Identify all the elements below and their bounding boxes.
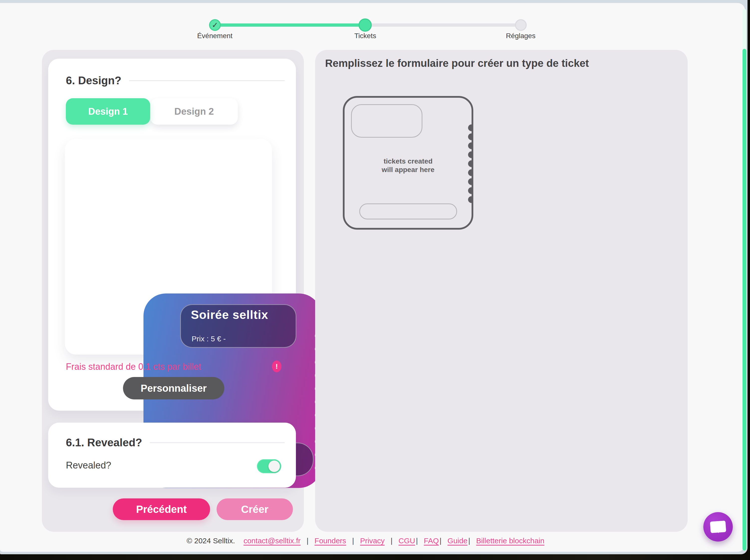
scrollbar-thumb[interactable] — [743, 49, 746, 551]
step-reglages-circle[interactable] — [515, 19, 527, 31]
step-label-reglages: Réglages — [483, 32, 558, 40]
previous-button[interactable]: Précédent — [113, 498, 210, 520]
step-evenement-circle[interactable]: ✓ — [209, 19, 221, 31]
placeholder-notch — [468, 178, 472, 185]
revealed-heading-row: 6.1. Revealed? — [66, 436, 285, 449]
tab-design-2[interactable]: Design 2 — [151, 98, 238, 125]
footer-separator: | — [416, 537, 418, 545]
footer-link-privacy[interactable]: Privacy — [360, 537, 384, 545]
check-icon: ✓ — [212, 21, 218, 29]
placeholder-notch — [468, 124, 472, 131]
footer-link-contact[interactable]: contact@selltix.fr — [243, 537, 301, 545]
toggle-knob — [269, 460, 280, 472]
placeholder-notch — [468, 142, 472, 149]
placeholder-line1: tickets created — [344, 157, 472, 166]
placeholder-header-outline — [351, 104, 422, 138]
footer-separator: | — [307, 537, 309, 545]
footer: © 2024 Selltix. contact@selltix.fr | Fou… — [42, 537, 689, 545]
heading-divider — [150, 442, 285, 443]
customize-button[interactable]: Personnaliser — [123, 377, 224, 399]
ticket-event-name: Soirée selltix — [191, 308, 268, 322]
create-button[interactable]: Créer — [217, 498, 293, 520]
placeholder-notch — [468, 133, 472, 140]
heading-divider — [129, 80, 285, 81]
design-title: 6. Design? — [66, 74, 121, 87]
chat-button[interactable] — [703, 512, 733, 542]
footer-link-billetterie[interactable]: Billetterie blockchain — [476, 537, 544, 545]
revealed-toggle[interactable] — [257, 459, 281, 473]
revealed-title: 6.1. Revealed? — [66, 436, 142, 449]
step-label-tickets: Tickets — [328, 32, 403, 40]
ticket-price: Prix : 5 € - — [192, 335, 226, 343]
chat-bubble-icon — [710, 521, 726, 533]
fee-note: Frais standard de 0.1 cts par billet — [66, 361, 201, 372]
placeholder-notch — [468, 196, 472, 203]
placeholder-footer-outline — [359, 204, 457, 220]
footer-link-guide[interactable]: Guide — [448, 537, 468, 545]
ticket-preview-card: Soirée selltix Prix : 5 € - Billet stand… — [65, 139, 272, 355]
footer-separator: | — [391, 537, 393, 545]
placeholder-notch — [468, 187, 472, 194]
design-heading-row: 6. Design? — [66, 74, 285, 87]
footer-link-founders[interactable]: Founders — [315, 537, 346, 545]
footer-separator: | — [352, 537, 354, 545]
ticket-placeholder: tickets created will appear here — [343, 96, 473, 230]
placeholder-line2: will appear here — [344, 166, 472, 174]
revealed-card — [48, 422, 296, 488]
step-tickets-circle[interactable] — [358, 18, 372, 32]
stepper-progress-todo — [365, 23, 521, 27]
revealed-toggle-label: Revealed? — [66, 460, 111, 471]
form-panel-title: Remplissez le formulaire pour créer un t… — [325, 57, 589, 69]
footer-separator: | — [440, 537, 441, 545]
footer-link-cgu[interactable]: CGU — [398, 537, 415, 545]
step-label-evenement: Événement — [177, 32, 252, 40]
copyright-text: © 2024 Selltix. — [186, 537, 235, 545]
stepper-progress-done — [215, 23, 365, 27]
footer-separator: | — [468, 537, 470, 545]
placeholder-text: tickets created will appear here — [344, 157, 472, 174]
app-screen: ✓ Événement Tickets Réglages 6. Design? … — [0, 0, 750, 560]
placeholder-notch — [468, 169, 472, 176]
tab-design-1[interactable]: Design 1 — [66, 98, 150, 125]
footer-link-faq[interactable]: FAQ — [424, 537, 439, 545]
fee-info-icon[interactable]: ! — [272, 360, 281, 372]
